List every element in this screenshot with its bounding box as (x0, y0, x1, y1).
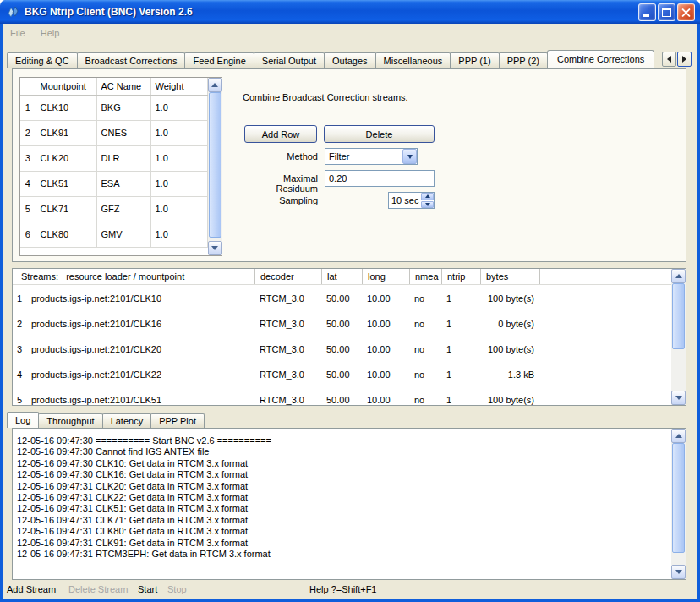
cell-nmea[interactable]: no (409, 293, 441, 304)
cell-ac-name[interactable]: CNES (96, 120, 150, 145)
scroll-down-button[interactable] (671, 565, 686, 579)
tab-miscellaneous[interactable]: Miscellaneous (375, 52, 451, 68)
log-scrollbar[interactable] (671, 429, 686, 579)
start-action[interactable]: Start (138, 584, 157, 594)
cell-mountpoint[interactable]: CLK80 (36, 222, 96, 247)
method-select[interactable]: Filter (325, 148, 418, 165)
delete-stream-action[interactable]: Delete Stream (68, 584, 128, 594)
spin-down-button[interactable] (421, 201, 434, 209)
cell-long[interactable]: 10.00 (362, 293, 409, 304)
delete-button[interactable]: Delete (324, 125, 435, 143)
cell-bytes[interactable]: 0 byte(s) (480, 319, 539, 329)
cell-weight[interactable]: 1.0 (150, 145, 207, 171)
maximize-button[interactable] (658, 3, 675, 21)
cell-bytes[interactable]: 100 byte(s) (480, 344, 539, 354)
menu-help[interactable]: Help (41, 28, 60, 38)
cell-nmea[interactable]: no (409, 395, 441, 405)
cell-decoder[interactable]: RTCM_3.0 (254, 293, 321, 304)
maximal-residuum-input[interactable] (325, 170, 435, 187)
cell-mountpoint[interactable]: CLK51 (36, 171, 96, 196)
table-row[interactable]: 6 CLK80 GMV 1.0 (20, 222, 207, 247)
add-row-button[interactable]: Add Row (244, 125, 317, 143)
table-row[interactable]: 4 CLK51 ESA 1.0 (20, 171, 207, 196)
cell-source[interactable]: products.igs-ip.net:2101/CLK20 (26, 344, 254, 354)
tab-ppp-1[interactable]: PPP (1) (450, 52, 499, 68)
cell-weight[interactable]: 1.0 (150, 95, 207, 120)
table-row[interactable]: 1 CLK10 BKG 1.0 (20, 95, 207, 120)
cell-lat[interactable]: 50.00 (321, 293, 362, 304)
scroll-up-button[interactable] (671, 269, 686, 283)
cell-decoder[interactable]: RTCM_3.0 (254, 319, 321, 329)
spin-up-button[interactable] (421, 193, 434, 200)
cell-decoder[interactable]: RTCM_3.0 (254, 395, 321, 405)
cell-source[interactable]: products.igs-ip.net:2101/CLK16 (26, 319, 254, 329)
cell-ntrip[interactable]: 1 (441, 344, 480, 354)
cell-weight[interactable]: 1.0 (150, 222, 207, 247)
tab-ppp-plot[interactable]: PPP Plot (150, 413, 205, 428)
cell-bytes[interactable]: 100 byte(s) (480, 293, 539, 304)
stream-row[interactable]: 1 products.igs-ip.net:2101/CLK10 RTCM_3.… (13, 286, 671, 311)
sampling-spinner[interactable]: 10 sec (388, 192, 435, 209)
cell-source[interactable]: products.igs-ip.net:2101/CLK10 (26, 293, 254, 304)
cell-ac-name[interactable]: DLR (96, 145, 150, 171)
scroll-up-button[interactable] (208, 78, 222, 92)
tab-log[interactable]: Log (7, 412, 39, 428)
table-row[interactable]: 3 CLK20 DLR 1.0 (20, 145, 207, 171)
cell-long[interactable]: 10.00 (362, 395, 409, 405)
cell-nmea[interactable]: no (409, 369, 441, 380)
stream-row[interactable]: 4 products.igs-ip.net:2101/CLK22 RTCM_3.… (13, 362, 671, 387)
table-row[interactable]: 5 CLK71 GFZ 1.0 (20, 196, 207, 222)
cell-nmea[interactable]: no (409, 319, 441, 329)
tab-editing-qc[interactable]: Editing & QC (7, 52, 78, 68)
tab-throughput[interactable]: Throughput (38, 413, 102, 428)
cell-lat[interactable]: 50.00 (321, 369, 362, 380)
scroll-up-button[interactable] (671, 429, 686, 443)
cell-long[interactable]: 10.00 (362, 369, 409, 380)
cell-weight[interactable]: 1.0 (150, 120, 207, 145)
cell-ntrip[interactable]: 1 (441, 369, 480, 380)
stream-row[interactable]: 3 products.igs-ip.net:2101/CLK20 RTCM_3.… (13, 337, 671, 362)
cell-weight[interactable]: 1.0 (150, 171, 207, 196)
cell-bytes[interactable]: 1.3 kB (480, 369, 539, 380)
cell-source[interactable]: products.igs-ip.net:2101/CLK51 (26, 395, 254, 405)
streams-scrollbar[interactable] (671, 269, 686, 405)
cell-lat[interactable]: 50.00 (321, 395, 362, 405)
scroll-down-button[interactable] (208, 241, 222, 255)
minimize-button[interactable] (638, 3, 656, 21)
combine-table-scrollbar[interactable] (208, 78, 222, 255)
tab-broadcast-corrections[interactable]: Broadcast Corrections (77, 52, 186, 68)
cell-ac-name[interactable]: BKG (96, 95, 150, 120)
cell-lat[interactable]: 50.00 (321, 344, 362, 354)
cell-source[interactable]: products.igs-ip.net:2101/CLK22 (26, 369, 254, 380)
tab-combine-corrections[interactable]: Combine Corrections (547, 50, 654, 68)
scrollbar-thumb[interactable] (672, 283, 685, 349)
scrollbar-thumb[interactable] (672, 443, 685, 553)
tab-scroll-right-button[interactable] (677, 52, 692, 67)
stream-row[interactable]: 2 products.igs-ip.net:2101/CLK16 RTCM_3.… (13, 311, 671, 337)
tab-ppp-2[interactable]: PPP (2) (499, 52, 548, 68)
cell-ac-name[interactable]: GFZ (96, 196, 150, 222)
tab-scroll-left-button[interactable] (662, 52, 676, 67)
cell-weight[interactable]: 1.0 (150, 196, 207, 222)
cell-mountpoint[interactable]: CLK71 (36, 196, 96, 222)
cell-ntrip[interactable]: 1 (441, 319, 480, 329)
menu-file[interactable]: File (10, 28, 25, 38)
cell-ac-name[interactable]: ESA (96, 171, 150, 196)
scroll-down-button[interactable] (671, 391, 686, 405)
cell-decoder[interactable]: RTCM_3.0 (254, 344, 321, 354)
cell-mountpoint[interactable]: CLK10 (36, 95, 96, 120)
tab-latency[interactable]: Latency (102, 413, 152, 428)
tab-feed-engine[interactable]: Feed Engine (184, 52, 254, 68)
close-button[interactable] (677, 3, 695, 21)
title-bar[interactable]: BKG Ntrip Client (BNC) Version 2.6 (0, 0, 700, 24)
scrollbar-thumb[interactable] (209, 92, 221, 238)
stream-row[interactable]: 5 products.igs-ip.net:2101/CLK51 RTCM_3.… (13, 387, 671, 405)
cell-decoder[interactable]: RTCM_3.0 (254, 369, 321, 380)
cell-ntrip[interactable]: 1 (441, 293, 480, 304)
cell-long[interactable]: 10.00 (362, 319, 409, 329)
chevron-down-icon[interactable] (402, 149, 417, 164)
cell-long[interactable]: 10.00 (362, 344, 409, 354)
add-stream-action[interactable]: Add Stream (7, 584, 56, 594)
tab-serial-output[interactable]: Serial Output (254, 52, 325, 68)
cell-ntrip[interactable]: 1 (441, 395, 480, 405)
